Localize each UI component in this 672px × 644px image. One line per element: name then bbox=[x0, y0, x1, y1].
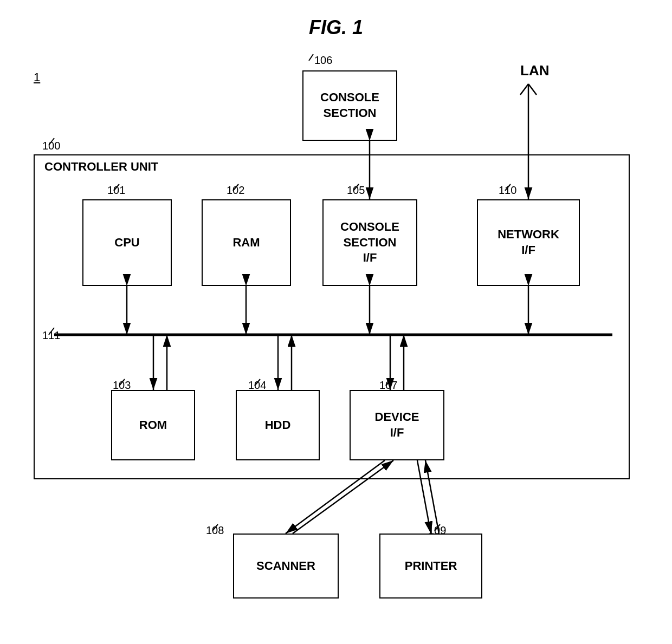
svg-line-14 bbox=[528, 84, 537, 95]
ram-box: RAM bbox=[202, 199, 291, 286]
network-if-box: NETWORKI/F bbox=[477, 199, 580, 286]
device-if-box: DEVICEI/F bbox=[350, 390, 444, 460]
lan-label: LAN bbox=[520, 62, 549, 79]
fig-title: FIG. 1 bbox=[309, 16, 363, 39]
printer-box: PRINTER bbox=[379, 534, 482, 599]
scanner-box: SCANNER bbox=[233, 534, 339, 599]
cpu-box: CPU bbox=[82, 199, 172, 286]
rom-box: ROM bbox=[111, 390, 195, 460]
console-section-box: CONSOLESECTION bbox=[302, 70, 397, 141]
hdd-box: HDD bbox=[236, 390, 320, 460]
ref-108: 108 bbox=[206, 524, 224, 537]
controller-unit-label: CONTROLLER UNIT bbox=[44, 160, 158, 174]
ref-105: 105 bbox=[347, 184, 365, 197]
console-if-box: CONSOLESECTIONI/F bbox=[322, 199, 417, 286]
svg-line-13 bbox=[520, 84, 528, 95]
ref-106: 106 bbox=[314, 54, 332, 67]
diagram-container: FIG. 1 1 CONTROLLER UNIT 100 101 102 105… bbox=[0, 0, 672, 644]
ref-110: 110 bbox=[499, 184, 516, 197]
ref-102: 102 bbox=[227, 184, 244, 197]
ref-100: 100 bbox=[42, 140, 60, 152]
ref-101: 101 bbox=[107, 184, 125, 197]
ref-111: 111 bbox=[42, 329, 60, 342]
ref-1-label: 1 bbox=[34, 70, 40, 84]
svg-line-20 bbox=[309, 54, 313, 61]
